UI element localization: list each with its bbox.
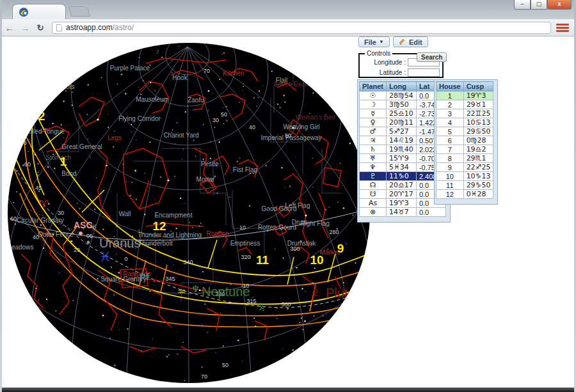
house-row[interactable]: 829♏1 bbox=[436, 154, 493, 163]
house-number: 1 bbox=[436, 91, 464, 100]
planet-glyph: ♇ bbox=[360, 172, 387, 181]
window-bottom-edge bbox=[2, 388, 574, 392]
planet-row-north-node[interactable]: ☊20♎170.0 bbox=[360, 181, 446, 190]
url-path: /astro/ bbox=[113, 23, 134, 32]
side-panel: File ▼ Edit Controls Longitude : bbox=[356, 36, 574, 388]
column-header[interactable]: Long bbox=[387, 82, 417, 91]
constellation-label: Flying Corridor bbox=[118, 115, 161, 122]
pencil-icon bbox=[399, 38, 406, 46]
zodiac-glyph: ♈ bbox=[39, 198, 49, 210]
browser-toolbar: ← → ↻ astroapp.com/astro/ bbox=[2, 19, 574, 36]
constellation-label: Weaving Girl bbox=[283, 123, 319, 130]
grid-number: 20 bbox=[74, 247, 80, 253]
column-header[interactable]: Cusp bbox=[463, 82, 493, 91]
celestial-point-label: Uranus bbox=[99, 236, 140, 250]
planet-row-uranus[interactable]: ♅15♈9-0.7008 bbox=[360, 154, 446, 163]
planet-row-neptune[interactable]: ♆5♓34-0.7532 bbox=[360, 163, 446, 172]
planet-longitude: 28♍54 bbox=[387, 91, 417, 100]
planet-longitude: 19♏40 bbox=[387, 145, 417, 154]
grid-number: 30 bbox=[212, 117, 219, 123]
sky-sphere-chart[interactable]: Purple PalaceHookChariotsMausoleumCoiled… bbox=[2, 36, 380, 388]
zodiac-glyph: ♇ bbox=[312, 287, 320, 299]
planet-longitude: 5♐27 bbox=[387, 127, 417, 136]
house-number: 3 bbox=[436, 109, 464, 118]
hamburger-menu-icon[interactable] bbox=[556, 24, 569, 32]
house-row[interactable]: 322♊25 bbox=[436, 109, 493, 118]
planet-glyph: ☽ bbox=[360, 100, 387, 109]
planet-row-mars[interactable]: ♂5♐27-1.4701 bbox=[360, 127, 446, 136]
grid-number: 40 bbox=[33, 234, 39, 240]
maximize-button[interactable]: ▢ bbox=[531, 0, 547, 10]
close-button[interactable]: x bbox=[547, 0, 572, 10]
search-button[interactable]: Search bbox=[417, 52, 447, 62]
house-cusp: 0♍28 bbox=[463, 136, 493, 145]
grid-number: 50 bbox=[285, 132, 291, 139]
house-row[interactable]: 719♎2 bbox=[436, 145, 493, 154]
constellation-label: Rotten Gourd bbox=[258, 224, 296, 231]
celestial-point-label: Neptune bbox=[202, 285, 250, 299]
forward-button[interactable]: → bbox=[17, 22, 33, 33]
planet-row-venus[interactable]: ♀20♍111.4226 bbox=[360, 118, 446, 127]
constellation-label: Meadows bbox=[6, 244, 34, 251]
celestial-point-label: ASC bbox=[74, 220, 93, 230]
grid-number: 05 bbox=[86, 233, 93, 239]
grid-number: 320 bbox=[241, 254, 250, 260]
reload-button[interactable]: ↻ bbox=[33, 23, 48, 33]
planet-glyph: ♃ bbox=[360, 136, 387, 145]
house-band-number: 9 bbox=[337, 242, 344, 255]
latitude-input[interactable] bbox=[408, 68, 440, 77]
column-header[interactable]: House bbox=[436, 82, 464, 91]
planet-longitude: 14♌19 bbox=[387, 136, 417, 145]
planet-glyph: ☊ bbox=[360, 181, 387, 190]
planet-latitude: 0.0 bbox=[416, 208, 445, 217]
planet-row-part-of-fortune[interactable]: ⊗14♉70.0 bbox=[360, 208, 446, 217]
browser-tab[interactable] bbox=[12, 4, 66, 19]
house-row[interactable]: 529♋50 bbox=[436, 127, 493, 136]
planet-longitude: 15♈9 bbox=[387, 154, 417, 163]
constellation-label: Hook bbox=[172, 74, 188, 81]
house-row[interactable]: 60♍28 bbox=[436, 136, 493, 145]
house-cusp: 22♐25 bbox=[463, 163, 493, 172]
planet-row-saturn[interactable]: ♄19♏402.022 bbox=[360, 145, 446, 154]
house-number: 11 bbox=[436, 181, 464, 190]
house-table-panel: HouseCusp 119♈3229♉1322♊25410♋13529♋5060… bbox=[434, 79, 498, 205]
edit-button[interactable]: Edit bbox=[393, 36, 428, 47]
grid-number: 75 bbox=[20, 139, 27, 146]
minimize-button[interactable]: – bbox=[514, 0, 531, 10]
house-row[interactable]: 120♓28 bbox=[436, 190, 493, 199]
constellation-label: Seven Excellencies bbox=[274, 81, 330, 88]
grid-number: 10 bbox=[239, 224, 246, 231]
house-row[interactable]: 119♈3 bbox=[436, 91, 493, 100]
planet-longitude: 14♉7 bbox=[387, 208, 417, 217]
planet-row-jupiter[interactable]: ♃14♌190.5074 bbox=[360, 136, 446, 145]
planet-row-south-node[interactable]: ☋20♈170.0 bbox=[360, 190, 446, 199]
planet-row-pluto[interactable]: ♇11♑02.4089 bbox=[360, 172, 446, 181]
house-band-number: 10 bbox=[310, 253, 323, 267]
house-cusp: 29♋50 bbox=[463, 127, 493, 136]
planet-glyph: As bbox=[360, 199, 387, 208]
grid-number: 50 bbox=[221, 111, 227, 118]
file-button[interactable]: File ▼ bbox=[358, 36, 390, 47]
planet-glyph: ☉ bbox=[360, 91, 387, 100]
back-button[interactable]: ← bbox=[2, 22, 17, 33]
planet-glyph: ♆ bbox=[360, 163, 387, 172]
column-header[interactable]: Planet bbox=[360, 82, 387, 91]
house-row[interactable]: 1129♑50 bbox=[436, 181, 493, 190]
planet-row-moon[interactable]: ☽3♍50-3.7467 bbox=[360, 100, 446, 109]
planet-row-mercury[interactable]: ☿25♎10-2.7396 bbox=[360, 109, 446, 118]
constellation-label: Thunderbolt bbox=[138, 240, 173, 247]
planet-row-sun[interactable]: ☉28♍540.0 bbox=[360, 91, 446, 100]
house-row[interactable]: 229♉1 bbox=[436, 100, 493, 109]
house-row[interactable]: 1010♑13 bbox=[436, 172, 493, 181]
house-row[interactable]: 410♋13 bbox=[436, 118, 493, 127]
url-bar[interactable]: astroapp.com/astro/ bbox=[52, 22, 551, 34]
constellation-label: Legs bbox=[108, 134, 122, 141]
planet-longitude: 3♍50 bbox=[387, 100, 417, 109]
constellation-label: Mausoleum bbox=[136, 96, 169, 103]
grid-number: 60 bbox=[10, 216, 17, 222]
new-tab-button[interactable] bbox=[68, 6, 90, 17]
celestial-point-label: Pf bbox=[140, 271, 150, 282]
house-row[interactable]: 922♐25 bbox=[436, 163, 493, 172]
planet-row-ascendant[interactable]: As19♈30.0 bbox=[360, 199, 446, 208]
controls-legend: Controls bbox=[365, 50, 392, 57]
